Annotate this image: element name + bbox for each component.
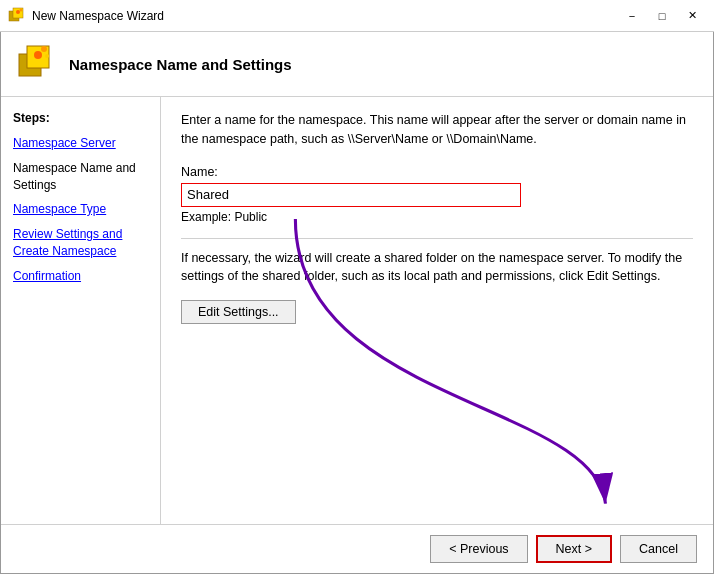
edit-settings-button[interactable]: Edit Settings... [181,300,296,324]
previous-button[interactable]: < Previous [430,535,527,563]
name-field-label: Name: [181,165,693,179]
header-icon [17,44,57,84]
title-bar: New Namespace Wizard − □ ✕ [0,0,714,32]
minimize-button[interactable]: − [618,6,646,26]
title-bar-text: New Namespace Wizard [32,9,618,23]
close-button[interactable]: ✕ [678,6,706,26]
sidebar-item-namespace-type[interactable]: Namespace Type [1,197,160,222]
svg-point-8 [45,54,49,58]
svg-point-3 [20,8,23,11]
steps-label: Steps: [1,107,160,131]
cancel-button[interactable]: Cancel [620,535,697,563]
sidebar-item-namespace-server[interactable]: Namespace Server [1,131,160,156]
svg-point-6 [34,51,42,59]
example-value: Public [234,210,267,224]
next-button[interactable]: Next > [536,535,612,563]
window-body: Namespace Name and Settings Steps: Names… [0,32,714,574]
example-label: Example: [181,210,231,224]
window-controls: − □ ✕ [618,6,706,26]
sidebar-item-namespace-name: Namespace Name and Settings [1,156,160,198]
name-input[interactable] [181,183,521,207]
sidebar-item-review-settings[interactable]: Review Settings and Create Namespace [1,222,160,264]
header-section: Namespace Name and Settings [1,32,713,97]
divider [181,238,693,239]
sidebar: Steps: Namespace Server Namespace Name a… [1,97,161,524]
page-title: Namespace Name and Settings [69,56,292,73]
footer: < Previous Next > Cancel [1,524,713,573]
sidebar-item-confirmation[interactable]: Confirmation [1,264,160,289]
info-text: If necessary, the wizard will create a s… [181,249,693,287]
main-panel: Enter a name for the namespace. This nam… [161,97,713,524]
description-text: Enter a name for the namespace. This nam… [181,111,693,149]
wizard-icon [8,7,26,25]
svg-point-7 [41,46,47,52]
maximize-button[interactable]: □ [648,6,676,26]
content-area: Steps: Namespace Server Namespace Name a… [1,97,713,524]
example-text: Example: Public [181,210,693,224]
svg-point-2 [16,10,20,14]
